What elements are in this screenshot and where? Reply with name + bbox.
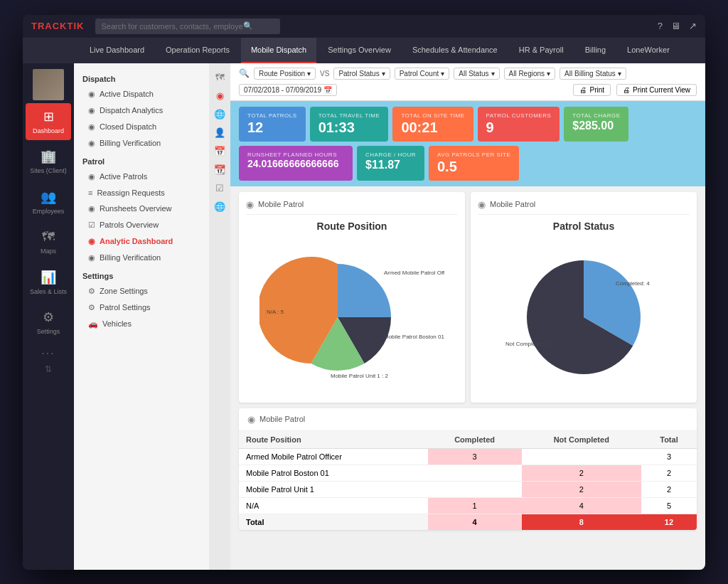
stats-row: TOTAL PATROLS 12 TOTAL TRAVEL TIME 01:33…	[230, 101, 705, 186]
row2-total: 2	[641, 464, 697, 481]
tab-hr-payroll[interactable]: HR & Payroll	[509, 38, 574, 63]
tab-live-dashboard[interactable]: Live Dashboard	[80, 38, 154, 63]
content-area: 🔍 Route Position ▾ VS Patrol Status ▾ Pa…	[230, 63, 705, 570]
strip-map-icon[interactable]: 🗺	[211, 69, 228, 86]
tab-settings-overview[interactable]: Settings Overview	[318, 38, 401, 63]
patrol-status-filter[interactable]: Patrol Status ▾	[333, 68, 390, 80]
filter-bar: 🔍 Route Position ▾ VS Patrol Status ▾ Pa…	[230, 63, 705, 101]
total-not-completed: 8	[522, 514, 641, 530]
table-row: N/A 1 4 5	[239, 497, 697, 514]
closed-dispatch-icon: ◉	[88, 122, 95, 132]
sidebar-item-settings[interactable]: ⚙ Settings	[26, 304, 71, 341]
settings-section-label: Settings	[74, 266, 209, 283]
strip-calendar2-icon[interactable]: 📆	[211, 161, 228, 179]
stat-total-patrols-label: TOTAL PATROLS	[247, 112, 297, 119]
patrols-overview-icon: ☑	[88, 221, 95, 230]
sidebar-label-sales: Sales & Lists	[30, 288, 67, 296]
sidebar-item-sales[interactable]: 📊 Sales & Lists	[26, 264, 71, 302]
help-icon[interactable]: ?	[658, 21, 663, 31]
all-status-filter[interactable]: All Status ▾	[454, 68, 499, 80]
route-position-table: Route Position Completed Not Completed T…	[239, 431, 697, 530]
menu-closed-dispatch[interactable]: ◉ Closed Dispatch	[74, 119, 209, 135]
vehicles-icon: 🚗	[88, 319, 98, 329]
menu-runsheets-overview[interactable]: ◉ Runsheets Overview	[74, 201, 209, 217]
date-range-filter[interactable]: 07/02/2018 - 07/09/2019 📅	[239, 84, 337, 96]
col-route-position: Route Position	[239, 431, 428, 449]
col-not-completed: Not Completed	[522, 431, 641, 449]
strip-calendar-icon[interactable]: 📅	[211, 143, 228, 160]
strip-globe2-icon[interactable]: 🌐	[211, 198, 228, 216]
chart1-icon: ◉	[246, 199, 254, 210]
row2-route: Mobile Patrol Boston 01	[239, 464, 428, 481]
stat-travel-time: TOTAL TRAVEL TIME 01:33	[310, 107, 389, 142]
chart1-header: ◉ Mobile Patrol	[246, 199, 458, 215]
route-position-filter[interactable]: Route Position ▾	[254, 68, 316, 80]
tab-loneworker[interactable]: LoneWorker	[617, 38, 680, 63]
all-billing-filter[interactable]: All Billing Status ▾	[560, 68, 626, 80]
print-icon: 🖨	[579, 86, 587, 94]
tab-operation-reports[interactable]: Operation Reports	[156, 38, 240, 63]
sidebar-label-sites: Sites (Client)	[30, 167, 67, 175]
menu-billing-verification-dispatch[interactable]: ◉ Billing Verification	[74, 135, 209, 152]
employees-icon: 👥	[41, 189, 56, 205]
icon-strip: 🗺 ◉ 🌐 👤 📅 📆 ☑ 🌐	[209, 63, 230, 570]
row3-total: 2	[641, 481, 697, 497]
menu-active-patrols[interactable]: ◉ Active Patrols	[74, 169, 209, 185]
stat-total-patrols: TOTAL PATROLS 12	[239, 107, 306, 142]
analytic-dashboard-icon: ◉	[88, 237, 95, 246]
share-icon[interactable]: ↗	[689, 21, 697, 31]
strip-chart-icon[interactable]: ◉	[211, 87, 228, 105]
logo-track: TRACK	[31, 21, 68, 31]
stat-patrol-customers: PATROL CUSTOMERS 9	[478, 107, 560, 142]
sidebar-item-sites[interactable]: 🏢 Sites (Client)	[26, 143, 71, 181]
row1-completed: 3	[428, 448, 522, 464]
stat-avg-patrols-label: AVG PATROLS PER SITE	[437, 152, 510, 158]
menu-zone-settings[interactable]: ⚙ Zone Settings	[74, 283, 209, 299]
menu-billing-verification-patrol[interactable]: ◉ Billing Verification	[74, 250, 209, 266]
sales-icon: 📊	[41, 270, 56, 285]
menu-vehicles[interactable]: 🚗 Vehicles	[74, 316, 209, 332]
tab-mobile-dispatch[interactable]: Mobile Dispatch	[241, 38, 316, 63]
dashboard-icon: ⊞	[43, 109, 54, 124]
menu-active-dispatch[interactable]: ◉ Active Dispatch	[74, 86, 209, 102]
nav-tabs: Live Dashboard Operation Reports Mobile …	[23, 38, 705, 63]
stat-onsite-time-label: TOTAL ON SITE TIME	[401, 112, 464, 119]
menu-analytic-dashboard[interactable]: ◉ Analytic Dashboard	[74, 233, 209, 250]
charts-row: ◉ Mobile Patrol Route Position	[230, 186, 705, 408]
stat-total-charge: TOTAL CHARGE $285.00	[564, 107, 628, 142]
all-regions-filter[interactable]: All Regions ▾	[504, 68, 556, 80]
strip-person-icon[interactable]: 👤	[211, 124, 228, 142]
print-button[interactable]: 🖨 Print	[573, 84, 611, 96]
logo: TRACKTIK	[31, 21, 84, 31]
all-status-dropdown-icon: ▾	[491, 70, 495, 78]
col-completed: Completed	[428, 431, 522, 449]
strip-check-icon[interactable]: ☑	[211, 180, 228, 197]
patrol-section-label: Patrol	[74, 152, 209, 169]
menu-patrols-overview[interactable]: ☑ Patrols Overview	[74, 217, 209, 233]
menu-reassign-requests[interactable]: ≡ Reassign Requests	[74, 185, 209, 201]
sidebar-item-dashboard[interactable]: ⊞ Dashboard	[26, 103, 71, 141]
search-box[interactable]: 🔍	[95, 18, 280, 34]
zone-settings-icon: ⚙	[88, 287, 95, 296]
sidebar-item-maps[interactable]: 🗺 Maps	[26, 224, 71, 261]
row1-route: Armed Mobile Patrol Officer	[239, 448, 428, 464]
filter-vs-label: VS	[320, 70, 329, 78]
print-current-button[interactable]: 🖨 Print Current View	[616, 84, 697, 96]
patrol-count-filter[interactable]: Patrol Count ▾	[395, 68, 450, 80]
chart1-mobile-patrol-label: Mobile Patrol	[258, 200, 304, 208]
stat-charge-hour: CHARGE / HOUR $11.87	[357, 146, 424, 181]
stat-total-charge-label: TOTAL CHARGE	[572, 112, 620, 119]
strip-globe-icon[interactable]: 🌐	[211, 106, 228, 123]
all-billing-dropdown-icon: ▾	[618, 70, 621, 78]
sidebar-item-employees[interactable]: 👥 Employees	[26, 184, 71, 221]
runsheets-overview-label: Runsheets Overview	[100, 204, 172, 213]
menu-dispatch-analytics[interactable]: ◉ Dispatch Analytics	[74, 102, 209, 119]
tab-billing[interactable]: Billing	[575, 38, 616, 63]
billing-verification-patrol-icon: ◉	[88, 253, 95, 262]
sidebar-arrows: ⇅	[45, 364, 52, 374]
tab-schedules[interactable]: Schedules & Attendance	[402, 38, 508, 63]
search-input[interactable]	[101, 22, 243, 31]
monitor-icon[interactable]: 🖥	[671, 21, 680, 31]
route-position-svg: Armed Mobile Patrol Offic ... 3 Mobile P…	[259, 246, 444, 388]
menu-patrol-settings[interactable]: ⚙ Patrol Settings	[74, 299, 209, 316]
